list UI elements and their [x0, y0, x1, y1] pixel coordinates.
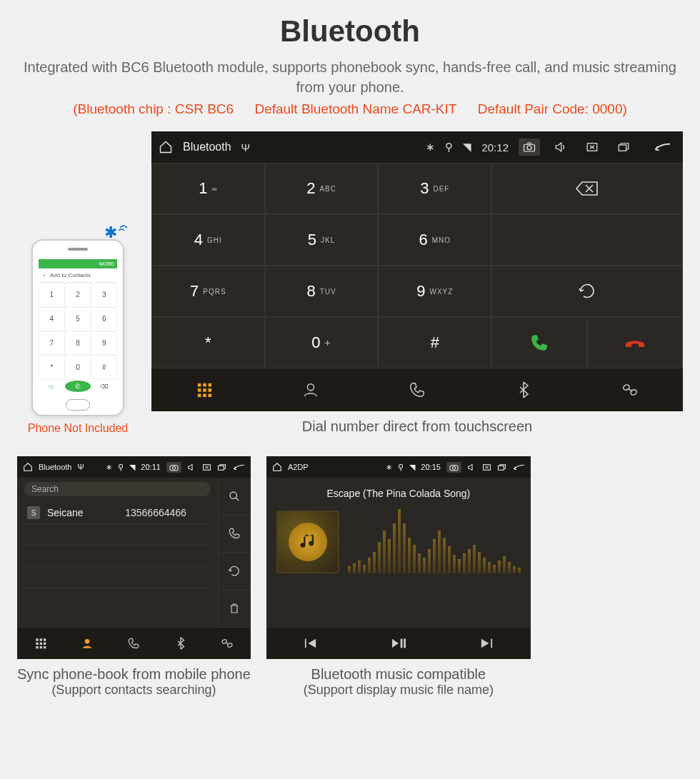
phone-illustration: ✱ MORE ＋ Add to Contacts 1 2 3	[31, 239, 124, 416]
call-icon[interactable]	[218, 516, 251, 553]
contact-row[interactable]: S Seicane 13566664466	[24, 502, 211, 524]
key-6[interactable]: 6MNO	[378, 214, 491, 266]
svg-text:✱: ✱	[104, 223, 117, 241]
recents-icon[interactable]	[613, 139, 634, 156]
svg-point-15	[622, 383, 630, 391]
wifi-icon: ◥	[409, 463, 415, 472]
svg-point-21	[230, 492, 236, 498]
key-7[interactable]: 7PQRS	[151, 266, 265, 317]
tab-contacts[interactable]	[258, 368, 364, 411]
home-icon[interactable]	[23, 462, 33, 472]
list-item	[24, 567, 211, 588]
key-2[interactable]: 2ABC	[265, 163, 379, 214]
svg-point-33	[227, 643, 233, 648]
svg-rect-41	[491, 639, 492, 648]
svg-rect-9	[204, 388, 207, 392]
dialer-caption: Dial number direct from touchscreen	[151, 418, 683, 435]
recents-icon[interactable]	[497, 463, 506, 471]
hangup-button[interactable]	[587, 317, 683, 368]
key-8[interactable]: 8TUV	[265, 266, 379, 317]
bluetooth-signal-icon: ✱	[104, 221, 129, 242]
search-icon[interactable]	[218, 478, 251, 516]
close-icon[interactable]	[581, 139, 603, 156]
svg-rect-4	[619, 145, 626, 151]
key-9[interactable]: 9WXYZ	[378, 266, 491, 317]
key-3[interactable]: 3DEF	[378, 163, 491, 214]
key-1[interactable]: 1∞	[151, 163, 265, 214]
wifi-icon: ◥	[463, 141, 471, 154]
svg-rect-30	[44, 646, 46, 648]
tab-settings[interactable]	[204, 628, 251, 659]
next-button[interactable]	[443, 628, 531, 659]
delete-icon[interactable]	[218, 590, 251, 628]
key-star[interactable]: *	[151, 317, 265, 368]
tab-dialpad[interactable]	[151, 368, 258, 411]
tab-bluetooth[interactable]	[470, 368, 576, 411]
contacts-caption: Sync phone-book from mobile phone (Suppo…	[17, 666, 251, 698]
back-icon[interactable]	[649, 139, 676, 156]
back-icon[interactable]	[232, 463, 245, 471]
redial-button[interactable]	[491, 266, 683, 317]
svg-rect-5	[198, 383, 201, 387]
prev-button[interactable]	[266, 628, 354, 659]
location-icon: ⚲	[118, 463, 124, 472]
volume-icon[interactable]	[187, 463, 196, 471]
tab-recent[interactable]	[364, 368, 471, 411]
play-pause-button[interactable]	[354, 628, 442, 659]
close-icon[interactable]	[202, 463, 211, 471]
music-panel: A2DP ∗ ⚲ ◥ 20:15 Escape (The Pina Colada…	[266, 456, 531, 659]
key-4[interactable]: 4GHI	[151, 214, 265, 266]
volume-icon[interactable]	[467, 463, 476, 471]
svg-point-2	[527, 146, 531, 150]
key-0[interactable]: 0+	[265, 317, 379, 368]
tab-contacts[interactable]	[64, 628, 110, 659]
camera-icon[interactable]	[166, 462, 181, 473]
spec-name: Default Bluetooth Name CAR-KIT	[254, 101, 456, 116]
contacts-statusbar: Bluetooth Ψ ∗ ⚲ ◥ 20:11	[17, 456, 251, 478]
spec-pair: Default Pair Code: 0000)	[478, 101, 627, 116]
svg-rect-7	[209, 383, 212, 387]
usb-icon: Ψ	[77, 463, 84, 471]
tab-recent[interactable]	[111, 628, 157, 659]
svg-rect-39	[401, 639, 403, 648]
svg-rect-6	[204, 383, 207, 387]
sync-icon[interactable]	[218, 553, 251, 590]
key-hash[interactable]: #	[378, 317, 491, 368]
music-statusbar: A2DP ∗ ⚲ ◥ 20:15	[266, 456, 531, 478]
volume-icon[interactable]	[550, 139, 571, 156]
back-icon[interactable]	[512, 463, 525, 471]
svg-point-35	[452, 466, 455, 468]
backspace-button[interactable]	[491, 163, 683, 214]
svg-point-18	[172, 466, 175, 468]
svg-rect-29	[39, 646, 41, 648]
svg-rect-40	[404, 639, 406, 648]
music-visualizer	[348, 506, 521, 578]
call-button[interactable]	[491, 317, 587, 368]
svg-rect-37	[499, 466, 504, 470]
bluetooth-icon: ∗	[386, 463, 392, 472]
tab-settings[interactable]	[576, 368, 683, 411]
location-icon: ⚲	[445, 141, 453, 154]
home-icon[interactable]	[272, 462, 282, 472]
search-input[interactable]: Search	[24, 482, 211, 496]
list-item	[24, 524, 211, 546]
statusbar-title: Bluetooth	[39, 463, 71, 471]
dialer-tabbar	[151, 368, 683, 411]
wifi-icon: ◥	[129, 463, 135, 472]
svg-rect-13	[209, 394, 212, 398]
tab-bluetooth[interactable]	[157, 628, 204, 659]
svg-rect-11	[198, 394, 201, 398]
bluetooth-icon: ∗	[426, 141, 435, 154]
page-description: Integrated with BC6 Bluetooth module, su…	[17, 57, 683, 97]
page-title: Bluetooth	[17, 14, 683, 49]
song-title: Escape (The Pina Colada Song)	[326, 488, 470, 499]
camera-icon[interactable]	[446, 462, 461, 473]
key-5[interactable]: 5JKL	[265, 214, 379, 266]
svg-point-32	[221, 639, 227, 645]
tab-dialpad[interactable]	[17, 628, 64, 659]
svg-rect-20	[219, 466, 224, 470]
home-icon[interactable]	[159, 140, 173, 154]
recents-icon[interactable]	[217, 463, 226, 471]
close-icon[interactable]	[482, 463, 491, 471]
camera-icon[interactable]	[519, 139, 540, 156]
